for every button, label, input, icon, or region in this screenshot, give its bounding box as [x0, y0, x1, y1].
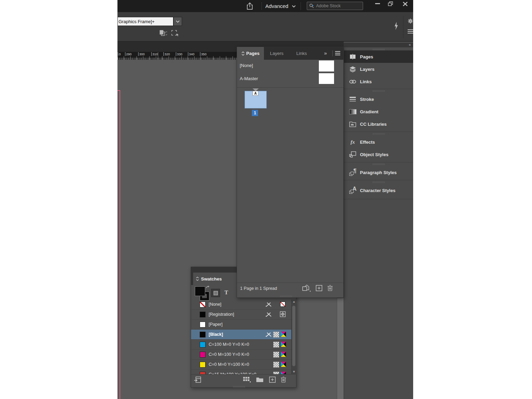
dock-separator [344, 180, 413, 180]
swatch-row-magenta[interactable]: C=0 M=100 Y=0 K=0 [191, 350, 291, 360]
fill-proxy[interactable] [195, 286, 205, 296]
pages-divider [237, 87, 343, 88]
dock-group-grip[interactable] [373, 90, 384, 92]
panel-resize-grip[interactable] [233, 386, 245, 388]
formatting-affects-container-button[interactable] [211, 289, 220, 297]
panel-menu-icon[interactable] [335, 51, 340, 55]
stock-search[interactable] [307, 2, 363, 10]
non-editable-pencil-icon [265, 302, 272, 307]
panel-dock: « Pages Layers Links Stroke [344, 42, 413, 399]
object-style-field[interactable] [117, 17, 173, 26]
edit-page-size-icon[interactable] [302, 285, 311, 292]
panel-menu-icon[interactable] [408, 29, 413, 34]
clear-overrides-icon[interactable] [160, 30, 167, 36]
show-swatch-kinds-icon[interactable] [194, 376, 201, 383]
dock-item-layers[interactable]: Layers [344, 63, 413, 75]
swatch-row-none[interactable]: [None] [191, 300, 291, 310]
ruler-label: 330 [176, 52, 182, 56]
none-swatch-icon [280, 302, 285, 307]
chevron-down-icon[interactable] [292, 5, 296, 8]
tab-overflow-icon[interactable]: » [324, 50, 327, 56]
restore-button[interactable] [385, 0, 396, 8]
close-icon[interactable] [400, 0, 410, 8]
swatch-row-yellow[interactable]: C=0 M=0 Y=100 K=0 [191, 360, 291, 370]
minimize-button[interactable] [372, 0, 383, 8]
share-icon[interactable] [246, 2, 254, 10]
dock-item-label: CC Libraries [360, 122, 387, 127]
dock-separator [344, 162, 413, 162]
workspace-switcher[interactable]: Advanced [265, 0, 288, 12]
topbar-divider [301, 2, 301, 10]
delete-page-icon[interactable] [327, 285, 333, 291]
master-label-none[interactable]: [None] [240, 63, 253, 68]
swatch-row-registration[interactable]: [Registration] [191, 310, 291, 320]
dock-item-character-styles[interactable]: A Character Styles [344, 184, 413, 197]
master-thumbnail-a-master[interactable] [319, 73, 334, 84]
dock-item-gradient[interactable]: Gradient [344, 105, 413, 118]
scroll-up-icon[interactable]: ▲ [292, 300, 296, 303]
page-number-badge[interactable]: 1 [252, 110, 258, 116]
tab-links[interactable]: Links [289, 47, 314, 60]
swatch-chip [200, 362, 206, 368]
dock-group-grip[interactable] [373, 181, 384, 183]
dock-item-pages[interactable]: Pages [344, 50, 413, 63]
dock-item-stroke[interactable]: Stroke [344, 93, 413, 105]
formatting-affects-text-button[interactable]: T [222, 289, 230, 296]
dock-item-cc-libraries[interactable]: CC Libraries [344, 118, 413, 130]
gpu-performance-icon[interactable] [394, 22, 399, 30]
dock-item-label: Gradient [360, 109, 378, 114]
swatches-scroll-thumb[interactable] [292, 306, 295, 366]
ruler-label: 340 [188, 52, 194, 56]
collapse-dock-icon[interactable]: « [344, 42, 413, 47]
swap-fill-stroke-icon[interactable] [206, 285, 210, 289]
quick-apply-icon[interactable] [171, 30, 179, 36]
swatch-row-cyan[interactable]: C=100 M=0 Y=0 K=0 [191, 340, 291, 350]
object-style-input[interactable] [118, 17, 174, 26]
cmyk-mode-icon [281, 362, 286, 367]
swatch-row-black[interactable]: [Black] [191, 330, 291, 340]
swatch-chip [200, 342, 206, 348]
new-swatch-icon[interactable] [269, 377, 276, 383]
dock-group-grip[interactable] [373, 133, 384, 135]
new-color-group-icon[interactable] [256, 377, 264, 382]
dock-separator [344, 89, 413, 89]
tab-label: Links [296, 51, 307, 56]
links-icon [349, 78, 357, 85]
ruler-label: 0 [118, 52, 121, 56]
dock-item-label: Layers [360, 67, 374, 72]
tab-swatches[interactable]: Swatches [193, 273, 237, 285]
gear-icon[interactable] [408, 18, 413, 24]
swatch-row-paper[interactable]: [Paper] [191, 320, 291, 330]
control-bar [117, 12, 413, 42]
panel-resize-grip[interactable] [280, 295, 292, 297]
object-style-dropdown-button[interactable] [173, 17, 182, 26]
horizontal-ruler[interactable]: 0 290 300 310 320 330 340 350 [117, 52, 237, 60]
master-thumbnail-none[interactable] [319, 60, 334, 72]
pages-panel: Pages Layers Links » [None] A-Master A 1… [237, 47, 344, 298]
dock-item-effects[interactable]: fx Effects [344, 136, 413, 148]
paragraph-styles-icon: ¶ [349, 169, 357, 176]
dock-item-object-styles[interactable]: Object Styles [344, 148, 413, 161]
master-label-a-master[interactable]: A-Master [240, 76, 258, 81]
dock-group-grip[interactable] [373, 163, 384, 165]
dock-item-paragraph-styles[interactable]: ¶ Paragraph Styles [344, 166, 413, 179]
tab-pages[interactable]: Pages [237, 47, 264, 60]
object-styles-icon [349, 151, 357, 158]
ruler-label: 350 [200, 52, 207, 56]
ruler-label: 300 [138, 52, 145, 56]
search-input[interactable] [315, 3, 372, 9]
delete-swatch-icon[interactable] [281, 376, 286, 383]
layers-icon [349, 65, 357, 73]
cc-libraries-icon [349, 120, 357, 128]
document-vertical-scrollbar[interactable] [337, 298, 343, 399]
search-icon [309, 3, 314, 8]
scroll-down-icon[interactable]: ▼ [292, 370, 296, 373]
color-themes-icon[interactable] [243, 376, 251, 383]
new-page-icon[interactable] [316, 285, 322, 291]
process-color-icon [273, 362, 279, 368]
tab-layers[interactable]: Layers [264, 47, 289, 60]
process-color-icon [273, 352, 279, 358]
swatch-chip [200, 312, 206, 317]
dock-item-links[interactable]: Links [344, 75, 413, 88]
ruler-cursor-indicator [158, 53, 158, 59]
